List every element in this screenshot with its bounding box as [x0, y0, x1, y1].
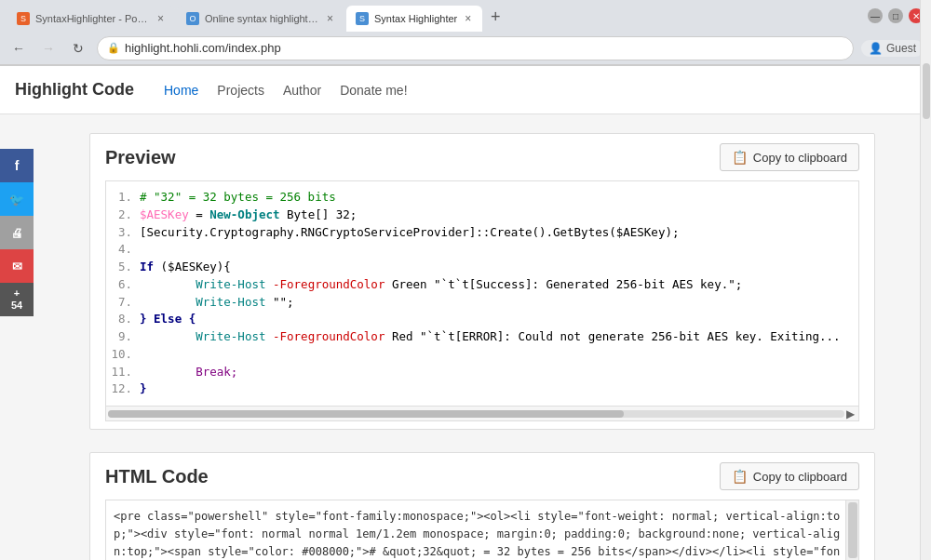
preview-section: Preview 📋 Copy to clipboard 1. # "32" = …: [89, 133, 875, 430]
tab-favicon-1: S: [17, 12, 30, 25]
code-text-9a: [140, 328, 196, 346]
line-num-12: 12.: [110, 380, 132, 398]
forward-button[interactable]: →: [37, 37, 60, 60]
preview-header: Preview 📋 Copy to clipboard: [90, 134, 874, 180]
code-line-10: 10.: [110, 346, 855, 364]
code-text-1: # "32" = 32 bytes = 256 bits: [140, 189, 336, 207]
code-line-5: 5. If ($AESKey){: [110, 259, 855, 276]
tab-label-2: Online syntax highlighting for th...: [205, 13, 319, 24]
scroll-right-arrow[interactable]: ▶: [844, 407, 857, 420]
social-print-button[interactable]: 🖨: [0, 216, 34, 249]
tab-favicon-2: O: [186, 12, 199, 25]
scrollbar-track: [108, 410, 844, 418]
code-line-6: 6. Write-Host -ForegroundColor Green "`t…: [110, 276, 855, 294]
line-num-3: 3.: [110, 224, 132, 242]
preview-copy-label: Copy to clipboard: [753, 151, 847, 165]
preview-copy-button[interactable]: 📋 Copy to clipboard: [720, 143, 859, 171]
code-text-2a: $AESKey: [140, 207, 189, 224]
refresh-button[interactable]: ↻: [67, 37, 89, 60]
code-text-5b: ($AESKey){: [154, 259, 231, 276]
maximize-button[interactable]: □: [888, 8, 903, 23]
html-code-content[interactable]: <pre class="powershell" style="font-fami…: [106, 500, 858, 560]
tab-close-1[interactable]: ×: [155, 12, 166, 25]
nav-donate[interactable]: Donate me!: [332, 79, 414, 101]
html-code-title: HTML Code: [105, 466, 209, 487]
code-text-6a: [140, 276, 196, 294]
user-button[interactable]: 👤 Guest: [861, 40, 924, 57]
line-num-9: 9.: [110, 328, 132, 346]
browser-tab-3[interactable]: S Syntax Highlighter ×: [346, 6, 482, 32]
tab-close-2[interactable]: ×: [325, 12, 335, 25]
social-facebook-button[interactable]: f: [0, 149, 34, 182]
browser-tab-1[interactable]: S SyntaxHighlighter - PowerShell E... ×: [7, 6, 175, 32]
url-bar[interactable]: 🔒 highlight.hohli.com/index.php: [97, 36, 854, 60]
html-copy-label: Copy to clipboard: [753, 470, 847, 484]
tab-close-3[interactable]: ×: [463, 12, 473, 25]
code-text-6d: Green "`t`t[Success]: Generated 256-bit …: [385, 276, 742, 294]
code-line-4: 4.: [110, 241, 855, 259]
address-bar: ← → ↻ 🔒 highlight.hohli.com/index.php 👤 …: [0, 32, 931, 65]
page-scrollbar-thumb: [923, 63, 930, 119]
site-logo: Highlight Code: [15, 80, 134, 100]
code-text-2c: New-Object: [209, 207, 279, 224]
line-num-11: 11.: [110, 364, 132, 381]
code-horizontal-scrollbar[interactable]: ▶: [106, 406, 858, 420]
code-text-11b: Break;: [196, 364, 237, 381]
code-line-8: 8. } Else {: [110, 311, 855, 328]
line-num-8: 8.: [110, 311, 132, 328]
nav-home[interactable]: Home: [156, 79, 206, 101]
code-text-6b: Write-Host: [196, 276, 265, 294]
code-line-7: 7. Write-Host "";: [110, 294, 855, 312]
social-share-button[interactable]: +54: [0, 283, 34, 316]
nav-projects[interactable]: Projects: [209, 79, 272, 101]
tab-label-1: SyntaxHighlighter - PowerShell E...: [35, 13, 150, 24]
code-text-9d: Red "`t`t[ERROR]: Could not generate 256…: [385, 328, 840, 346]
line-num-5: 5.: [110, 259, 132, 276]
code-text-8: } Else {: [140, 311, 196, 328]
browser-chrome: S SyntaxHighlighter - PowerShell E... × …: [0, 0, 931, 66]
code-line-11: 11. Break;: [110, 364, 855, 381]
browser-tab-2[interactable]: O Online syntax highlighting for th... ×: [177, 6, 344, 32]
code-preview-content: 1. # "32" = 32 bytes = 256 bits 2. $AESK…: [106, 181, 858, 406]
tab-favicon-3: S: [356, 12, 369, 25]
scrollbar-thumb: [108, 410, 624, 418]
minimize-button[interactable]: —: [868, 8, 883, 23]
site-nav: Home Projects Author Donate me!: [156, 79, 415, 101]
line-num-1: 1.: [110, 189, 132, 207]
code-line-12: 12. }: [110, 380, 855, 398]
code-text-4: [140, 241, 147, 259]
code-text-7c: "";: [265, 294, 293, 312]
html-clipboard-icon: 📋: [732, 469, 748, 484]
url-text: highlight.hohli.com/index.php: [125, 41, 843, 55]
clipboard-icon: 📋: [732, 150, 748, 165]
code-line-1: 1. # "32" = 32 bytes = 256 bits: [110, 189, 855, 207]
tab-label-3: Syntax Highlighter: [374, 13, 457, 24]
social-twitter-button[interactable]: 🐦: [0, 182, 34, 216]
page-scrollbar[interactable]: [920, 0, 931, 560]
code-text-2d: Byte[] 32;: [280, 207, 358, 224]
code-text-12: }: [140, 380, 147, 398]
code-text-11a: [140, 364, 196, 381]
code-text-9b: Write-Host: [196, 328, 265, 346]
line-num-10: 10.: [110, 346, 132, 364]
site-header: Highlight Code Home Projects Author Dona…: [0, 66, 931, 114]
line-num-7: 7.: [110, 294, 132, 312]
code-text-7a: [140, 294, 196, 312]
new-tab-button[interactable]: +: [484, 6, 506, 28]
back-button[interactable]: ←: [7, 37, 30, 60]
html-code-box: <pre class="powershell" style="font-fami…: [105, 500, 859, 560]
code-text-10: [140, 346, 147, 364]
code-line-3: 3. [Security.Cryptography.RNGCryptoServi…: [110, 224, 855, 242]
preview-title: Preview: [105, 147, 176, 168]
nav-author[interactable]: Author: [276, 79, 329, 101]
social-mail-button[interactable]: ✉: [0, 249, 34, 283]
code-text-3: [Security.Cryptography.RNGCryptoServiceP…: [140, 224, 679, 242]
html-vertical-scrollbar[interactable]: [845, 500, 858, 560]
html-code-header: HTML Code 📋 Copy to clipboard: [90, 453, 874, 500]
code-text-9c: -ForegroundColor: [265, 328, 385, 346]
code-line-9: 9. Write-Host -ForegroundColor Red "`t`t…: [110, 328, 855, 346]
code-preview: 1. # "32" = 32 bytes = 256 bits 2. $AESK…: [105, 180, 859, 421]
html-code-copy-button[interactable]: 📋 Copy to clipboard: [720, 462, 859, 490]
user-avatar-icon: 👤: [869, 42, 883, 55]
html-scrollbar-thumb: [848, 502, 857, 558]
